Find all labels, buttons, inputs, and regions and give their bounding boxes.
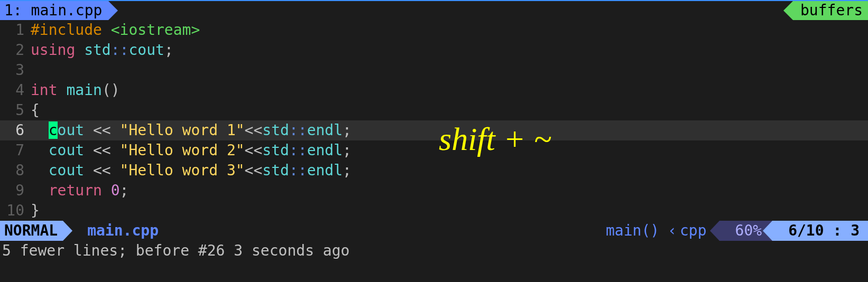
- code-content: cout << "Hello word 2"<<std::endl;: [31, 140, 868, 161]
- code-line[interactable]: 6 cout << "Hello word 1"<<std::endl;: [0, 120, 868, 140]
- editor-viewport[interactable]: shift + ~ 1#include <iostream>2using std…: [0, 20, 868, 221]
- line-number: 10: [0, 201, 31, 221]
- code-content: #include <iostream>: [31, 20, 868, 40]
- chevron-left-icon: ‹: [664, 221, 680, 241]
- line-number: 9: [0, 181, 31, 201]
- code-line[interactable]: 9 return 0;: [0, 181, 868, 201]
- code-content: cout << "Hello word 3"<<std::endl;: [31, 161, 868, 181]
- line-number: 8: [0, 161, 31, 181]
- line-number: 7: [0, 140, 31, 161]
- statusline: NORMAL main.cpp main() ‹ cpp 60% 6/10 : …: [0, 221, 868, 241]
- buffer-tab[interactable]: 1: main.cpp: [0, 1, 108, 20]
- code-content: cout << "Hello word 1"<<std::endl;: [31, 120, 868, 140]
- mode-indicator: NORMAL: [0, 221, 63, 241]
- code-line[interactable]: 4int main(): [0, 80, 868, 100]
- line-number: 2: [0, 40, 31, 60]
- code-line[interactable]: 7 cout << "Hello word 2"<<std::endl;: [0, 140, 868, 161]
- code-line[interactable]: 5{: [0, 100, 868, 120]
- line-number: 6: [0, 120, 31, 140]
- code-line[interactable]: 1#include <iostream>: [0, 20, 868, 40]
- buffers-badge[interactable]: buffers: [793, 1, 868, 20]
- line-number: 5: [0, 100, 31, 120]
- statusline-filename: main.cpp: [63, 221, 159, 241]
- tab-right-group: buffers: [793, 1, 868, 20]
- code-content: }: [31, 201, 868, 221]
- code-line[interactable]: 10}: [0, 201, 868, 221]
- line-number: 3: [0, 60, 31, 80]
- line-number: 4: [0, 80, 31, 100]
- statusline-function: main(): [606, 221, 664, 241]
- code-content: [31, 60, 868, 80]
- line-number: 1: [0, 20, 31, 40]
- command-line: 5 fewer lines; before #26 3 seconds ago: [0, 241, 868, 261]
- code-content: using std::cout;: [31, 40, 868, 60]
- code-content: return 0;: [31, 181, 868, 201]
- code-line[interactable]: 2using std::cout;: [0, 40, 868, 60]
- tab-left-group: 1: main.cpp: [0, 1, 108, 20]
- code-content: {: [31, 100, 868, 120]
- statusline-position: 6/10 : 3: [772, 221, 868, 241]
- code-line[interactable]: 8 cout << "Hello word 3"<<std::endl;: [0, 161, 868, 181]
- code-line[interactable]: 3: [0, 60, 868, 80]
- code-content: int main(): [31, 80, 868, 100]
- tab-bar: 1: main.cpp buffers: [0, 0, 868, 20]
- statusline-spacer: [159, 221, 606, 241]
